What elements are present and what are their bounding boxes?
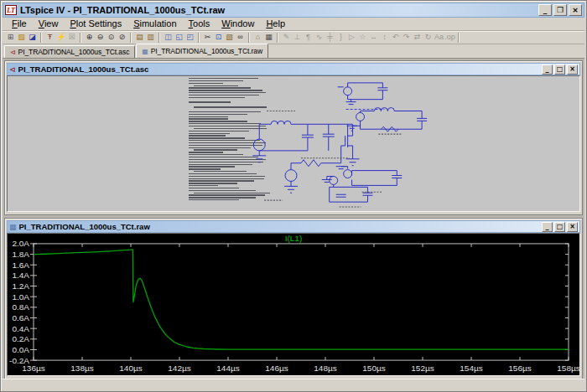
menu-help[interactable]: Help: [260, 18, 291, 30]
status-bar: [3, 379, 584, 389]
toolbar-separator: [248, 33, 250, 43]
circuit-drawing: [8, 76, 579, 211]
paste-icon[interactable]: ▧: [224, 32, 235, 43]
y-tick-label: 2.0A: [12, 239, 29, 248]
undo-icon: ↶: [390, 32, 401, 43]
open-file-icon[interactable]: ▨: [16, 32, 27, 43]
plot-maximize-button[interactable]: □: [554, 222, 565, 232]
save-icon[interactable]: ◪: [27, 32, 38, 43]
menu-window[interactable]: Window: [216, 18, 260, 30]
ltspice-main-window: LT LTspice IV - PI_TRADITIONAL_1000us_TC…: [0, 0, 587, 392]
find-icon[interactable]: ∞: [235, 32, 246, 43]
plot-title-bar[interactable]: ▦ PI_TRADITIONAL_1000us_TCt.raw _ □ ×: [7, 220, 580, 233]
x-tick-label: 152µs: [411, 364, 434, 373]
tab-asc[interactable]: ⊲PI_TRADITIONAL_1000us_TCt.asc: [4, 45, 135, 58]
cascade-windows-icon[interactable]: ◱: [174, 32, 184, 43]
schematic-window-title: PI_TRADITIONAL_1000us_TCt.asc: [18, 64, 542, 74]
toolbar: ⊞▨◪Ŧ⚡☒⊕⊖⊙⊘▤▥◫◱◰✂⊡▧∞⌂▦✎⊥¶∿╪}▷☆↔↕↶↷⇄↻Aa.op: [3, 31, 584, 44]
menu-view[interactable]: View: [33, 18, 65, 30]
menu-simulation[interactable]: Simulation: [127, 18, 182, 30]
y-tick-label: 1.4A: [12, 271, 29, 280]
new-schematic-icon[interactable]: ⊞: [5, 32, 16, 43]
zoom-full-extents-icon[interactable]: ⊙: [106, 32, 117, 43]
cut-icon[interactable]: ✂: [202, 32, 213, 43]
plot-close-button[interactable]: ×: [567, 222, 578, 232]
y-tick-label: 0.0A: [12, 345, 29, 354]
halt-simulation-icon: ☒: [66, 32, 77, 43]
spice-netlist-icon[interactable]: ▤: [134, 32, 145, 43]
redo-icon: ↷: [401, 32, 412, 43]
menu-file[interactable]: File: [6, 18, 33, 30]
y-tick-label: 0.6A: [12, 313, 29, 322]
y-tick-label: -0.2A: [9, 356, 29, 365]
schematic-close-button[interactable]: ×: [567, 64, 578, 75]
zoom-out-icon[interactable]: ⊖: [95, 32, 106, 43]
y-tick-label: 1.6A: [12, 260, 29, 270]
y-tick-label: 0.4A: [12, 324, 29, 333]
menu-bar: FileViewPlot SettingsSimulationToolsWind…: [3, 18, 584, 31]
move-icon: ↔: [368, 32, 379, 43]
toolbar-separator: [130, 33, 132, 43]
ground-icon: ⊥: [292, 32, 303, 43]
x-tick-label: 154µs: [460, 364, 482, 373]
resistor-icon: ∿: [314, 32, 325, 43]
minimize-button[interactable]: _: [538, 4, 552, 16]
toolbar-separator: [458, 33, 460, 43]
x-tick-label: 158µs: [557, 364, 579, 373]
schematic-doc-icon: ⊲: [9, 65, 16, 74]
net-label-icon: ¶: [303, 32, 314, 43]
spice-directive-icon: .op: [444, 32, 455, 43]
toolbar-separator: [277, 33, 278, 43]
restore-button[interactable]: ❐: [553, 4, 567, 16]
rotate-icon: ↻: [423, 32, 434, 43]
title-bar[interactable]: LT LTspice IV - PI_TRADITIONAL_1000us_TC…: [3, 3, 584, 18]
schematic-minimize-button[interactable]: _: [542, 64, 553, 75]
toolbar-separator: [198, 33, 200, 43]
plot-window: ▦ PI_TRADITIONAL_1000us_TCt.raw _ □ × 13…: [4, 218, 583, 379]
y-tick-label: 1.8A: [12, 250, 29, 259]
x-tick-label: 140µs: [119, 364, 142, 373]
close-button[interactable]: ×: [569, 4, 582, 16]
control-panel-icon[interactable]: Ŧ: [44, 32, 55, 43]
schematic-title-bar[interactable]: ⊲ PI_TRADITIONAL_1000us_TCt.asc _ □ ×: [7, 63, 580, 75]
mirror-icon: ⇄: [412, 32, 423, 43]
drag-icon: ↕: [379, 32, 390, 43]
x-tick-label: 150µs: [362, 364, 385, 373]
trace-legend[interactable]: I(L1): [285, 234, 303, 243]
tab-raw[interactable]: ▦PI_TRADITIONAL_1000us_TCt.raw: [136, 44, 268, 58]
schematic-window: ⊲ PI_TRADITIONAL_1000us_TCt.asc _ □ ×: [4, 60, 583, 215]
inductor-icon: }: [335, 32, 346, 43]
toolbar-separator: [40, 33, 42, 43]
diode-icon: ▷: [346, 32, 357, 43]
component-icon: ☆: [357, 32, 368, 43]
x-tick-label: 144µs: [216, 364, 239, 373]
waveform-doc-icon: ▦: [142, 48, 148, 55]
waveform-chart: 136µs138µs140µs142µs144µs146µs148µs150µs…: [8, 234, 579, 375]
menu-plot-settings[interactable]: Plot Settings: [64, 18, 127, 30]
plot-minimize-button[interactable]: _: [542, 222, 553, 232]
plot-settings-pane-icon[interactable]: ◫: [163, 32, 174, 43]
y-tick-label: 1.0A: [12, 292, 29, 302]
schematic-doc-icon: ⊲: [10, 49, 16, 56]
schematic-canvas[interactable]: [7, 75, 580, 212]
waveform-doc-icon: ▦: [9, 223, 17, 231]
zoom-in-icon[interactable]: ⊕: [84, 32, 95, 43]
plot-window-title: PI_TRADITIONAL_1000us_TCt.raw: [19, 222, 542, 231]
error-log-icon[interactable]: ▥: [145, 32, 156, 43]
waveform-plot-area[interactable]: 136µs138µs140µs142µs144µs146µs148µs150µs…: [7, 233, 580, 376]
text-icon: Aa: [434, 32, 444, 43]
print-icon[interactable]: ▦: [263, 32, 274, 43]
y-tick-label: 1.2A: [12, 281, 29, 291]
x-tick-label: 138µs: [70, 364, 93, 373]
zoom-back-icon[interactable]: ⊘: [117, 32, 127, 43]
tile-windows-icon[interactable]: ◰: [184, 32, 195, 43]
menu-tools[interactable]: Tools: [183, 18, 216, 30]
x-tick-label: 156µs: [508, 364, 531, 373]
schematic-maximize-button[interactable]: □: [554, 64, 565, 75]
print-setup-icon[interactable]: ⌂: [252, 32, 263, 43]
x-tick-label: 142µs: [168, 364, 190, 373]
run-simulation-icon[interactable]: ⚡: [55, 32, 66, 43]
mdi-area: ⊲ PI_TRADITIONAL_1000us_TCt.asc _ □ ×: [3, 59, 584, 379]
y-tick-label: 0.8A: [12, 302, 29, 312]
copy-icon[interactable]: ⊡: [213, 32, 224, 43]
